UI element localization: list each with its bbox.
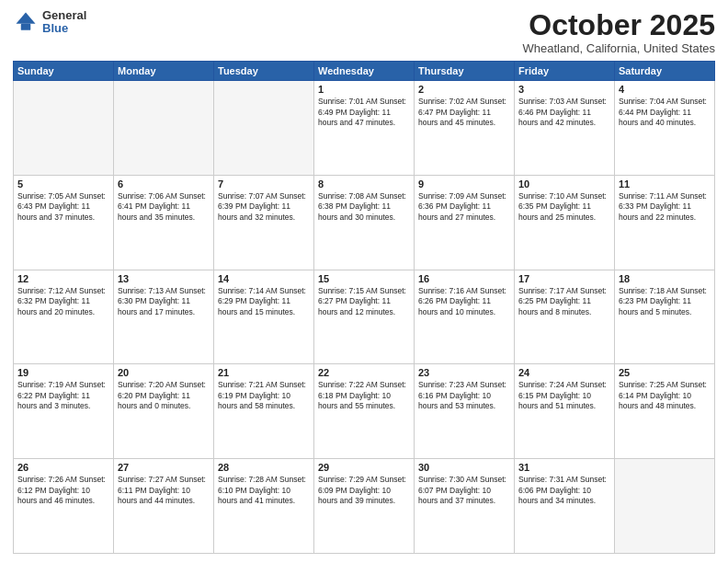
calendar-cell: 17Sunrise: 7:17 AM Sunset: 6:25 PM Dayli… — [515, 270, 615, 364]
calendar-cell: 5Sunrise: 7:05 AM Sunset: 6:43 PM Daylig… — [14, 175, 114, 270]
cell-content: Sunrise: 7:03 AM Sunset: 6:46 PM Dayligh… — [518, 97, 610, 128]
calendar-cell: 30Sunrise: 7:30 AM Sunset: 6:07 PM Dayli… — [415, 459, 515, 554]
calendar-cell — [114, 81, 214, 176]
title-block: October 2025 Wheatland, California, Unit… — [522, 9, 715, 55]
logo-icon — [13, 9, 39, 35]
cell-content: Sunrise: 7:02 AM Sunset: 6:47 PM Dayligh… — [418, 97, 510, 128]
cell-content: Sunrise: 7:23 AM Sunset: 6:16 PM Dayligh… — [418, 380, 510, 411]
cell-content: Sunrise: 7:04 AM Sunset: 6:44 PM Dayligh… — [619, 97, 711, 128]
calendar-cell — [14, 81, 114, 176]
cell-content: Sunrise: 7:24 AM Sunset: 6:15 PM Dayligh… — [518, 380, 610, 411]
calendar-cell: 2Sunrise: 7:02 AM Sunset: 6:47 PM Daylig… — [415, 81, 515, 176]
calendar-table: SundayMondayTuesdayWednesdayThursdayFrid… — [13, 61, 715, 554]
svg-rect-1 — [21, 24, 31, 30]
calendar-cell: 27Sunrise: 7:27 AM Sunset: 6:11 PM Dayli… — [114, 459, 214, 554]
calendar-cell: 22Sunrise: 7:22 AM Sunset: 6:18 PM Dayli… — [314, 364, 415, 459]
calendar-header-tuesday: Tuesday — [214, 62, 314, 81]
day-number: 25 — [619, 367, 711, 378]
cell-content: Sunrise: 7:28 AM Sunset: 6:10 PM Dayligh… — [218, 475, 310, 506]
logo-text: General Blue — [42, 9, 86, 36]
calendar-cell: 8Sunrise: 7:08 AM Sunset: 6:38 PM Daylig… — [314, 175, 415, 270]
cell-content: Sunrise: 7:15 AM Sunset: 6:27 PM Dayligh… — [318, 286, 410, 317]
day-number: 28 — [218, 462, 310, 473]
day-number: 6 — [118, 178, 210, 190]
day-number: 31 — [518, 462, 610, 473]
day-number: 7 — [218, 178, 310, 190]
day-number: 24 — [518, 367, 610, 378]
calendar-cell: 6Sunrise: 7:06 AM Sunset: 6:41 PM Daylig… — [114, 175, 214, 270]
calendar-week-2: 5Sunrise: 7:05 AM Sunset: 6:43 PM Daylig… — [14, 175, 715, 270]
calendar-cell: 1Sunrise: 7:01 AM Sunset: 6:49 PM Daylig… — [314, 81, 415, 176]
day-number: 10 — [518, 178, 610, 190]
cell-content: Sunrise: 7:30 AM Sunset: 6:07 PM Dayligh… — [418, 475, 510, 506]
day-number: 16 — [418, 273, 510, 284]
cell-content: Sunrise: 7:12 AM Sunset: 6:32 PM Dayligh… — [17, 286, 109, 317]
day-number: 3 — [518, 84, 610, 95]
cell-content: Sunrise: 7:21 AM Sunset: 6:19 PM Dayligh… — [218, 380, 310, 411]
calendar-cell: 3Sunrise: 7:03 AM Sunset: 6:46 PM Daylig… — [515, 81, 615, 176]
day-number: 4 — [619, 84, 711, 95]
day-number: 13 — [118, 273, 210, 284]
calendar-cell: 21Sunrise: 7:21 AM Sunset: 6:19 PM Dayli… — [214, 364, 314, 459]
cell-content: Sunrise: 7:14 AM Sunset: 6:29 PM Dayligh… — [218, 286, 310, 317]
day-number: 8 — [318, 178, 410, 190]
calendar-cell: 24Sunrise: 7:24 AM Sunset: 6:15 PM Dayli… — [515, 364, 615, 459]
cell-content: Sunrise: 7:16 AM Sunset: 6:26 PM Dayligh… — [418, 286, 510, 317]
location-subtitle: Wheatland, California, United States — [522, 41, 715, 55]
calendar-cell: 20Sunrise: 7:20 AM Sunset: 6:20 PM Dayli… — [114, 364, 214, 459]
calendar-header-saturday: Saturday — [615, 62, 715, 81]
cell-content: Sunrise: 7:11 AM Sunset: 6:33 PM Dayligh… — [619, 191, 711, 223]
cell-content: Sunrise: 7:26 AM Sunset: 6:12 PM Dayligh… — [17, 475, 109, 506]
page: General Blue October 2025 Wheatland, Cal… — [0, 0, 728, 563]
calendar-week-3: 12Sunrise: 7:12 AM Sunset: 6:32 PM Dayli… — [14, 270, 715, 364]
cell-content: Sunrise: 7:10 AM Sunset: 6:35 PM Dayligh… — [518, 191, 610, 223]
day-number: 27 — [118, 462, 210, 473]
day-number: 30 — [418, 462, 510, 473]
cell-content: Sunrise: 7:13 AM Sunset: 6:30 PM Dayligh… — [118, 286, 210, 317]
calendar-cell: 31Sunrise: 7:31 AM Sunset: 6:06 PM Dayli… — [515, 459, 615, 554]
cell-content: Sunrise: 7:29 AM Sunset: 6:09 PM Dayligh… — [318, 475, 410, 506]
calendar-cell: 15Sunrise: 7:15 AM Sunset: 6:27 PM Dayli… — [314, 270, 415, 364]
calendar-header-monday: Monday — [114, 62, 214, 81]
logo: General Blue — [13, 9, 86, 36]
day-number: 15 — [318, 273, 410, 284]
cell-content: Sunrise: 7:27 AM Sunset: 6:11 PM Dayligh… — [118, 475, 210, 506]
day-number: 5 — [17, 178, 109, 190]
calendar-header-row: SundayMondayTuesdayWednesdayThursdayFrid… — [14, 62, 715, 81]
calendar-cell: 7Sunrise: 7:07 AM Sunset: 6:39 PM Daylig… — [214, 175, 314, 270]
month-title: October 2025 — [522, 9, 715, 41]
day-number: 29 — [318, 462, 410, 473]
calendar-cell: 23Sunrise: 7:23 AM Sunset: 6:16 PM Dayli… — [415, 364, 515, 459]
calendar-cell: 16Sunrise: 7:16 AM Sunset: 6:26 PM Dayli… — [415, 270, 515, 364]
calendar-cell: 14Sunrise: 7:14 AM Sunset: 6:29 PM Dayli… — [214, 270, 314, 364]
cell-content: Sunrise: 7:01 AM Sunset: 6:49 PM Dayligh… — [318, 97, 410, 128]
day-number: 22 — [318, 367, 410, 378]
logo-blue-label: Blue — [42, 22, 86, 35]
calendar-cell: 12Sunrise: 7:12 AM Sunset: 6:32 PM Dayli… — [14, 270, 114, 364]
cell-content: Sunrise: 7:06 AM Sunset: 6:41 PM Dayligh… — [118, 191, 210, 223]
calendar-cell: 9Sunrise: 7:09 AM Sunset: 6:36 PM Daylig… — [415, 175, 515, 270]
day-number: 23 — [418, 367, 510, 378]
logo-general-label: General — [42, 9, 86, 22]
cell-content: Sunrise: 7:18 AM Sunset: 6:23 PM Dayligh… — [619, 286, 711, 317]
calendar-header-thursday: Thursday — [415, 62, 515, 81]
cell-content: Sunrise: 7:20 AM Sunset: 6:20 PM Dayligh… — [118, 380, 210, 411]
day-number: 12 — [17, 273, 109, 284]
day-number: 18 — [619, 273, 711, 284]
cell-content: Sunrise: 7:08 AM Sunset: 6:38 PM Dayligh… — [318, 191, 410, 223]
cell-content: Sunrise: 7:07 AM Sunset: 6:39 PM Dayligh… — [218, 191, 310, 223]
calendar-week-4: 19Sunrise: 7:19 AM Sunset: 6:22 PM Dayli… — [14, 364, 715, 459]
day-number: 14 — [218, 273, 310, 284]
day-number: 2 — [418, 84, 510, 95]
calendar-cell: 28Sunrise: 7:28 AM Sunset: 6:10 PM Dayli… — [214, 459, 314, 554]
calendar-cell: 10Sunrise: 7:10 AM Sunset: 6:35 PM Dayli… — [515, 175, 615, 270]
day-number: 17 — [518, 273, 610, 284]
calendar-cell — [615, 459, 715, 554]
calendar-header-sunday: Sunday — [14, 62, 114, 81]
calendar-cell: 11Sunrise: 7:11 AM Sunset: 6:33 PM Dayli… — [615, 175, 715, 270]
header: General Blue October 2025 Wheatland, Cal… — [13, 9, 715, 55]
day-number: 26 — [17, 462, 109, 473]
calendar-cell: 29Sunrise: 7:29 AM Sunset: 6:09 PM Dayli… — [314, 459, 415, 554]
calendar-cell: 25Sunrise: 7:25 AM Sunset: 6:14 PM Dayli… — [615, 364, 715, 459]
cell-content: Sunrise: 7:05 AM Sunset: 6:43 PM Dayligh… — [17, 191, 109, 223]
